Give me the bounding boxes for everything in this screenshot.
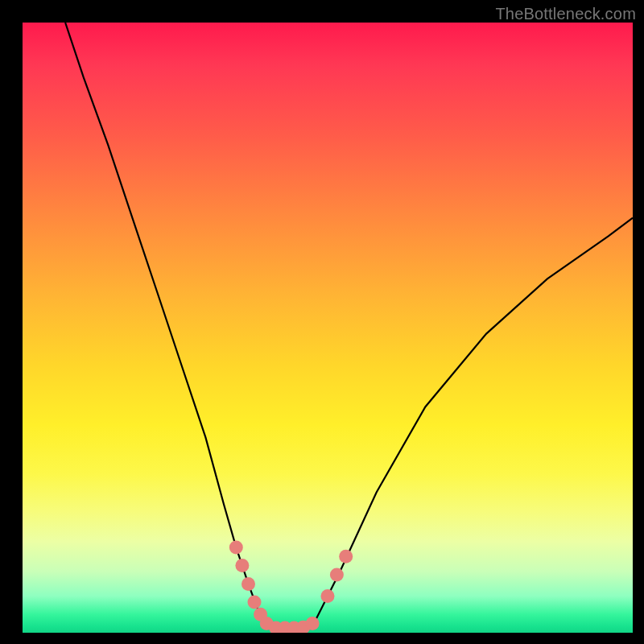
marker-dot [248,596,262,609]
marker-layer [229,540,353,633]
bottleneck-curve [65,23,633,628]
chart-frame: TheBottleneck.com [0,0,644,644]
marker-dot [229,540,243,554]
watermark-text: TheBottleneck.com [495,5,636,23]
marker-dot [339,550,353,564]
marker-dot [306,617,320,630]
marker-dot [330,568,344,582]
curve-layer [65,23,633,628]
marker-dot [321,589,335,603]
plot-area [23,23,633,633]
bottleneck-curve-svg [23,23,633,633]
marker-dot [235,559,249,572]
marker-dot [242,577,255,591]
